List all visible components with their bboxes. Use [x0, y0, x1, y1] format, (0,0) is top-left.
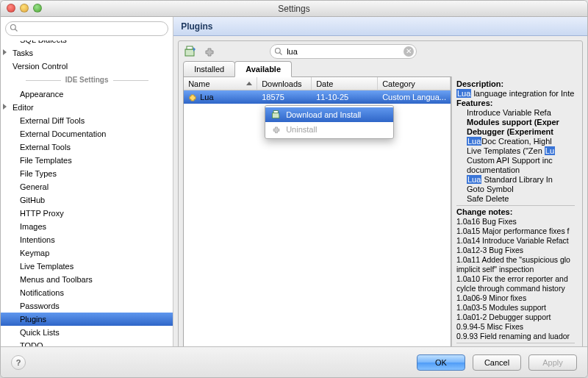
- disclosure-icon[interactable]: [3, 104, 7, 110]
- tree-item-version-control[interactable]: Version Control: [1, 60, 173, 73]
- feature-item: LuaDoc Creation, Highl: [467, 137, 575, 146]
- feature-item: Lua Standard Library In: [467, 175, 575, 185]
- change-notes: 1.0a16 Bug Fixes1.0a15 Major performance…: [456, 217, 575, 341]
- download-icon: [271, 110, 282, 120]
- sidebar-item-keymap[interactable]: Keymap: [1, 246, 173, 260]
- col-name[interactable]: Name: [184, 77, 257, 90]
- feature-item: Goto Symbol: [467, 185, 575, 194]
- ide-settings-section: IDE Settings: [1, 74, 173, 86]
- feature-item: documentation: [456, 165, 575, 175]
- feature-item: Safe Delete: [467, 194, 575, 204]
- zoom-window-button[interactable]: [33, 4, 42, 13]
- tab-available[interactable]: Available: [234, 61, 292, 77]
- change-note-line: 1.0a15 Major performance fixes f: [456, 227, 575, 236]
- feature-item: Custom API Support inc: [467, 156, 575, 165]
- feature-item: Introduce Variable Refa: [467, 108, 575, 118]
- main-panel: Plugins ✕: [173, 17, 587, 346]
- disclosure-icon[interactable]: [3, 49, 7, 55]
- plugins-table[interactable]: Name Downloads Date Category Lua 18: [183, 76, 451, 378]
- sidebar-item-general[interactable]: General: [1, 180, 173, 193]
- sidebar-item-http-proxy[interactable]: HTTP Proxy: [1, 207, 173, 220]
- plugins-toolbar: ✕: [179, 41, 582, 62]
- table-row[interactable]: Lua 18575 11-10-25 Custom Langua...: [184, 90, 451, 104]
- sidebar-item-external-documentation[interactable]: External Documentation: [1, 127, 173, 140]
- feature-item: Debugger (Experiment: [467, 127, 575, 137]
- sidebar-item-appearance[interactable]: Appearance: [1, 88, 173, 101]
- change-notes-heading: Change notes:: [456, 207, 575, 216]
- settings-search-input[interactable]: [5, 21, 168, 36]
- sidebar-item-notifications[interactable]: Notifications: [1, 286, 173, 299]
- close-window-button[interactable]: [7, 4, 15, 13]
- sidebar-item-github[interactable]: GitHub: [1, 193, 173, 207]
- context-menu: Download and Install Uninstall: [265, 105, 394, 139]
- change-note-line: 1.0a10 Fix the error reporter and: [456, 274, 575, 284]
- tree-item-tasks[interactable]: Tasks: [1, 46, 173, 60]
- plugins-frame: ✕ Installed Available Name Downloads Dat…: [178, 40, 583, 378]
- sidebar-item-external-diff-tools[interactable]: External Diff Tools: [1, 114, 173, 127]
- change-note-line: 1.0a06-9 Minor fixes: [456, 293, 575, 303]
- plugin-icon: [188, 93, 197, 101]
- change-note-line: 0.9.94-5 Misc Fixes: [456, 322, 575, 332]
- feature-item: Live Templates ("Zen Lu: [467, 146, 575, 156]
- col-downloads[interactable]: Downloads: [257, 77, 312, 90]
- tab-installed[interactable]: Installed: [183, 61, 235, 77]
- uninstall-toolbar-button[interactable]: [202, 44, 217, 59]
- description-intro: Lua language integration for Intel: [456, 89, 575, 99]
- uninstall-icon: [271, 124, 282, 135]
- svg-point-4: [276, 49, 281, 54]
- sidebar-item-menus-and-toolbars[interactable]: Menus and Toolbars: [1, 273, 173, 286]
- svg-rect-2: [185, 49, 194, 56]
- menu-uninstall: Uninstall: [265, 122, 393, 137]
- features-list: Introduce Variable RefaModules support (…: [456, 108, 575, 204]
- settings-tree[interactable]: SQL Dialects Tasks Version Control IDE S…: [1, 40, 173, 346]
- dialog-footer: ? OK Cancel Apply: [1, 346, 587, 377]
- cancel-button[interactable]: Cancel: [473, 354, 521, 371]
- sidebar-item-images[interactable]: Images: [1, 220, 173, 233]
- window-controls: [7, 4, 42, 13]
- sidebar-item-todo[interactable]: TODO: [1, 339, 173, 346]
- plugin-description-pane: Description: Lua language integration fo…: [451, 76, 578, 378]
- change-note-line: 0.9.93 Field renaming and luador: [456, 332, 575, 341]
- sidebar-item-live-templates[interactable]: Live Templates: [1, 260, 173, 273]
- svg-rect-6: [273, 113, 279, 118]
- settings-window: Settings SQL Dialects Tasks Version Cont…: [0, 0, 588, 378]
- plugin-search-input[interactable]: [270, 44, 417, 59]
- svg-rect-7: [273, 111, 278, 113]
- description-heading: Description:: [456, 79, 575, 88]
- sidebar-item-external-tools[interactable]: External Tools: [1, 140, 173, 154]
- titlebar: Settings: [1, 1, 587, 17]
- sidebar-item-intentions[interactable]: Intentions: [1, 233, 173, 246]
- svg-line-5: [280, 53, 282, 55]
- minimize-window-button[interactable]: [20, 4, 29, 13]
- plugin-tabs: Installed Available: [179, 60, 582, 76]
- refresh-repos-button[interactable]: [183, 44, 198, 59]
- change-note-line: 1.0a16 Bug Fixes: [456, 217, 575, 227]
- svg-rect-3: [187, 46, 193, 49]
- search-icon: [274, 47, 283, 56]
- change-note-line: 1.0a11 Added the "suspicious glo: [456, 255, 575, 265]
- tree-item[interactable]: SQL Dialects: [1, 40, 173, 46]
- svg-line-1: [15, 29, 18, 32]
- change-note-line: 1.0a14 Introduce Variable Refact: [456, 236, 575, 246]
- sidebar-item-file-types[interactable]: File Types: [1, 167, 173, 180]
- col-date[interactable]: Date: [312, 77, 378, 90]
- change-note-line: cylcle through command history: [456, 284, 575, 293]
- change-note-line: 1.0a03-5 Modules support: [456, 303, 575, 313]
- sidebar-item-editor[interactable]: Editor: [1, 101, 173, 114]
- panel-title: Plugins: [173, 17, 587, 36]
- change-note-line: 1.0a01-2 Debugger support: [456, 313, 575, 322]
- apply-button[interactable]: Apply: [528, 354, 577, 371]
- ok-button[interactable]: OK: [417, 354, 465, 371]
- window-title: Settings: [278, 4, 309, 14]
- sidebar-item-plugins[interactable]: Plugins: [1, 313, 173, 326]
- sidebar-item-file-templates[interactable]: File Templates: [1, 154, 173, 167]
- feature-item: Modules support (Exper: [467, 118, 575, 127]
- sort-asc-icon: [246, 82, 252, 85]
- svg-point-0: [11, 25, 16, 30]
- change-note-line: implicit self" inspection: [456, 265, 575, 274]
- col-category[interactable]: Category: [378, 77, 451, 90]
- menu-download-install[interactable]: Download and Install: [265, 107, 393, 122]
- sidebar-item-quick-lists[interactable]: Quick Lists: [1, 326, 173, 339]
- sidebar-item-passwords[interactable]: Passwords: [1, 299, 173, 313]
- help-button[interactable]: ?: [11, 355, 26, 370]
